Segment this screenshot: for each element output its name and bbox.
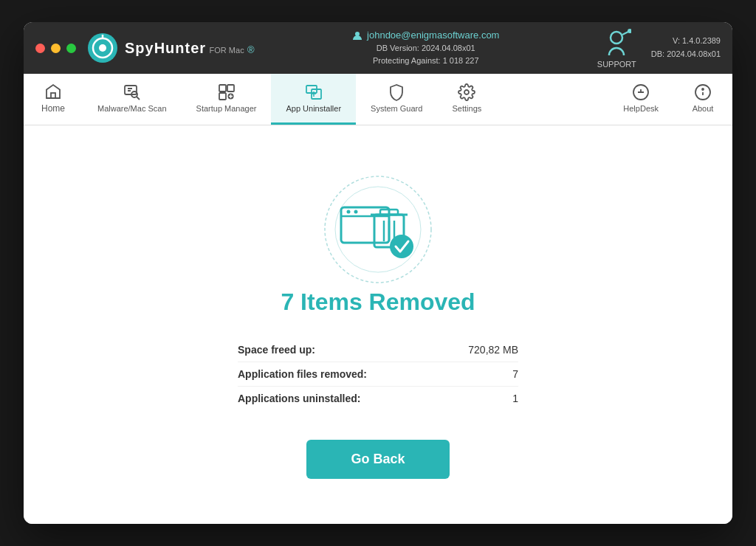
main-content: 7 Items Removed Space freed up: 720,82 M… [24, 125, 732, 524]
svg-point-23 [464, 90, 469, 94]
navbar: Home Malware/Mac Scan Startup [24, 74, 732, 125]
stat-row-apps: Applications uninstalled: 1 [238, 387, 518, 410]
svg-point-34 [347, 210, 351, 214]
go-back-button[interactable]: Go Back [306, 440, 449, 479]
nav-item-malware-scan[interactable]: Malware/Mac Scan [83, 74, 182, 125]
svg-point-31 [335, 187, 421, 272]
svg-rect-14 [227, 85, 234, 91]
svg-point-35 [354, 210, 358, 214]
spyhunter-logo-icon [88, 33, 117, 63]
result-title: 7 Items Removed [281, 288, 475, 316]
app-window: SpyHunter FOR Mac ® johndoe@enigmasoftwa… [24, 22, 732, 524]
nav-item-helpdesk[interactable]: HelpDesk [608, 74, 673, 125]
titlebar-right: SUPPORT V: 1.4.0.2389 DB: 2024.04.08x01 [597, 27, 721, 69]
stat-row-space: Space freed up: 720,82 MB [238, 338, 518, 362]
svg-rect-7 [51, 93, 55, 98]
titlebar: SpyHunter FOR Mac ® johndoe@enigmasoftwa… [24, 22, 732, 74]
svg-rect-8 [125, 86, 137, 94]
svg-point-42 [390, 235, 413, 258]
nav-item-startup-manager[interactable]: Startup Manager [182, 74, 272, 125]
support-label: SUPPORT [597, 60, 636, 69]
traffic-lights [35, 44, 76, 53]
stat-value-apps: 1 [512, 393, 518, 404]
svg-point-29 [702, 89, 704, 90]
user-email: johndoe@enigmasoftware.com [352, 30, 499, 41]
logo-text: SpyHunter FOR Mac ® [125, 40, 255, 57]
version-info: V: 1.4.0.2389 DB: 2024.04.08x01 [651, 35, 721, 61]
close-button[interactable] [35, 44, 45, 53]
svg-line-10 [137, 97, 140, 100]
nav-item-system-guard[interactable]: System Guard [356, 74, 437, 125]
support-button[interactable]: SUPPORT [597, 27, 636, 69]
stat-value-space: 720,82 MB [468, 344, 518, 356]
stat-label-space: Space freed up: [238, 344, 315, 356]
nav-item-home[interactable]: Home [24, 74, 83, 125]
minimize-button[interactable] [51, 44, 61, 53]
db-info: DB Version: 2024.04.08x01 Protecting Aga… [373, 42, 479, 66]
titlebar-center: johndoe@enigmasoftware.com DB Version: 2… [255, 30, 597, 66]
nav-item-app-uninstaller[interactable]: App Uninstaller [271, 74, 356, 125]
svg-rect-15 [219, 93, 226, 100]
stat-value-files: 7 [512, 368, 518, 380]
svg-point-5 [611, 32, 622, 44]
result-icon [319, 170, 437, 288]
nav-item-about[interactable]: About [673, 74, 732, 125]
maximize-button[interactable] [66, 44, 76, 53]
stat-row-files: Application files removed: 7 [238, 362, 518, 387]
svg-point-2 [99, 44, 106, 52]
svg-rect-13 [219, 85, 226, 91]
stat-label-apps: Applications uninstalled: [238, 393, 360, 404]
nav-item-settings[interactable]: Settings [437, 74, 496, 125]
logo-area: SpyHunter FOR Mac ® [88, 33, 255, 63]
stat-label-files: Application files removed: [238, 368, 367, 380]
stats-table: Space freed up: 720,82 MB Application fi… [238, 338, 518, 410]
